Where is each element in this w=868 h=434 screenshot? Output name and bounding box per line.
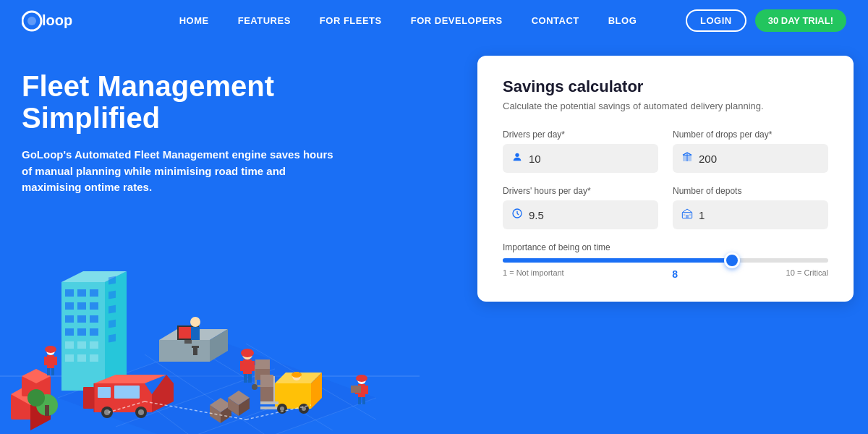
slider-container	[503, 258, 828, 263]
svg-point-45	[27, 389, 45, 407]
slider-section: Importance of being on time 1 = Not impo…	[503, 242, 828, 280]
svg-rect-91	[260, 401, 278, 404]
nav-for-fleets[interactable]: FOR FLEETS	[320, 15, 382, 26]
slider-max-label: 10 = Critical	[786, 268, 828, 280]
svg-rect-36	[65, 354, 74, 362]
calc-subtitle: Calculate the potential savings of autom…	[503, 101, 828, 111]
svg-rect-115	[351, 386, 361, 393]
svg-rect-112	[358, 397, 361, 404]
svg-rect-113	[362, 397, 365, 404]
drops-per-day-input[interactable]	[699, 153, 820, 165]
svg-rect-24	[65, 302, 74, 310]
hero-title: Fleet Management Simplified	[22, 70, 383, 134]
slider-label: Importance of being on time	[503, 242, 828, 252]
svg-rect-64	[83, 387, 94, 409]
svg-marker-19	[105, 271, 127, 391]
drops-per-day-label: Number of drops per day*	[673, 129, 828, 140]
depots-field: Number of depots	[673, 186, 828, 229]
nav-for-developers[interactable]: FOR DEVELOPERS	[411, 15, 503, 26]
hero-section: Fleet Management Simplified GoLoop's Aut…	[0, 41, 868, 434]
clock-icon	[511, 208, 523, 222]
svg-line-125	[517, 213, 519, 215]
slider-track	[503, 258, 828, 263]
svg-rect-46	[45, 405, 49, 416]
trial-button[interactable]: 30 DAY TRIAL!	[755, 9, 846, 32]
svg-point-99	[292, 372, 302, 378]
svg-rect-26	[90, 302, 98, 310]
svg-point-62	[138, 409, 144, 415]
svg-rect-69	[244, 374, 247, 383]
svg-rect-92	[260, 407, 278, 409]
svg-rect-51	[47, 368, 50, 375]
svg-point-1	[27, 17, 36, 25]
nav-home[interactable]: HOME	[179, 15, 209, 26]
drivers-per-day-input-wrapper	[503, 144, 658, 173]
slider-thumb[interactable]	[724, 252, 740, 268]
calculator-card: Savings calculator Calculate the potenti…	[477, 56, 854, 302]
svg-rect-35	[90, 341, 98, 349]
drivers-per-day-input[interactable]	[529, 153, 650, 165]
slider-min-label: 1 = Not important	[503, 268, 564, 280]
svg-point-84	[190, 317, 200, 327]
svg-rect-83	[184, 340, 192, 344]
svg-rect-128	[684, 214, 686, 216]
nav-links: HOME FEATURES FOR FLEETS FOR DEVELOPERS …	[130, 15, 686, 26]
login-button[interactable]: LOGIN	[686, 9, 746, 32]
drivers-hours-input[interactable]	[529, 209, 650, 221]
svg-rect-101	[260, 375, 273, 387]
svg-rect-37	[77, 354, 86, 362]
svg-rect-111	[365, 386, 368, 394]
svg-point-53	[45, 346, 56, 353]
svg-rect-23	[90, 289, 98, 297]
svg-rect-28	[77, 315, 86, 323]
depots-label: Number of depots	[673, 186, 828, 196]
svg-rect-30	[65, 328, 74, 336]
svg-point-119	[515, 153, 519, 157]
slider-fill	[503, 258, 731, 263]
hero-description: GoLoop's Automated Fleet Management engi…	[22, 147, 340, 196]
logo[interactable]: loop	[22, 9, 87, 33]
slider-labels: 1 = Not important 8 10 = Critical	[503, 268, 828, 280]
svg-rect-85	[191, 327, 200, 340]
svg-rect-58	[114, 386, 140, 399]
svg-rect-127	[686, 215, 689, 218]
svg-rect-49	[44, 357, 47, 365]
svg-rect-41	[109, 305, 116, 314]
depot-icon	[681, 208, 693, 222]
depots-input-wrapper	[673, 200, 828, 229]
nav-blog[interactable]: BLOG	[608, 15, 637, 26]
box-icon	[681, 151, 693, 166]
svg-rect-70	[248, 374, 252, 383]
svg-rect-39	[109, 276, 116, 285]
nav-features[interactable]: FEATURES	[238, 15, 291, 26]
slider-current-value: 8	[672, 268, 678, 280]
svg-rect-21	[65, 289, 74, 297]
svg-rect-77	[255, 359, 270, 369]
nav-right: LOGIN 30 DAY TRIAL!	[686, 9, 846, 32]
svg-rect-32	[90, 328, 98, 336]
svg-rect-52	[51, 368, 54, 375]
svg-rect-66	[243, 359, 252, 374]
drivers-hours-field: Drivers' hours per day*	[503, 186, 658, 229]
svg-rect-68	[251, 361, 255, 371]
svg-rect-25	[77, 302, 86, 310]
svg-rect-87	[193, 348, 197, 355]
svg-rect-86	[192, 346, 199, 348]
hero-right: Savings calculator Calculate the potenti…	[477, 41, 868, 434]
svg-marker-18	[61, 282, 105, 391]
svg-rect-22	[77, 289, 86, 297]
hero-left: Fleet Management Simplified GoLoop's Aut…	[0, 41, 477, 434]
depots-input[interactable]	[699, 209, 820, 221]
svg-rect-57	[98, 387, 111, 398]
svg-rect-48	[47, 355, 54, 368]
svg-rect-43	[109, 334, 116, 343]
svg-rect-33	[65, 341, 74, 349]
drops-per-day-field: Number of drops per day*	[673, 129, 828, 173]
illustration	[0, 210, 420, 434]
drivers-per-day-field: Drivers per day*	[503, 129, 658, 173]
drops-per-day-input-wrapper	[673, 144, 828, 173]
svg-rect-38	[90, 354, 98, 362]
svg-rect-29	[90, 315, 98, 323]
svg-point-95	[280, 407, 284, 411]
nav-contact[interactable]: CONTACT	[532, 15, 579, 26]
